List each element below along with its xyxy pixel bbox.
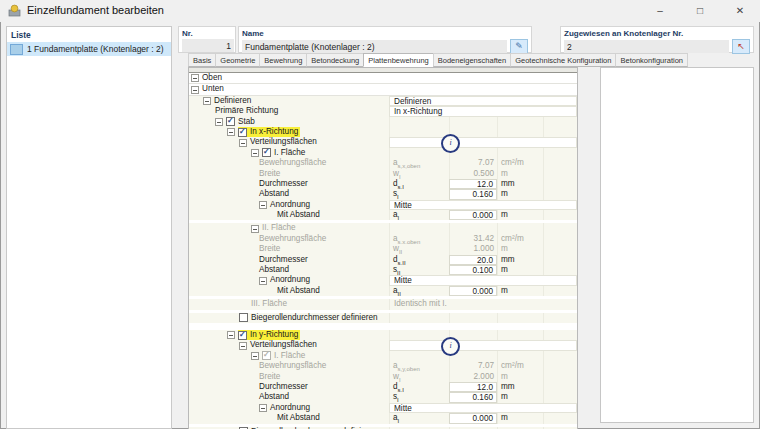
tree-row: BreitewI2.000m <box>189 372 577 382</box>
tree-row-label: Abstand <box>259 392 289 402</box>
tree-row-label: Anordnung <box>270 200 310 210</box>
tree-row: I. Fläche <box>189 351 577 361</box>
edit-name-button[interactable]: ✎ <box>510 39 528 54</box>
value-input-cell[interactable]: 0.000 <box>449 286 497 296</box>
collapse-icon[interactable] <box>251 149 259 157</box>
unit-label: mm <box>497 179 543 189</box>
checkbox[interactable] <box>262 351 271 360</box>
tree-row-label: Breite <box>259 244 280 254</box>
dialog-einzelfundament: Einzelfundament bearbeiten – □ ✕ Liste 1… <box>0 0 760 429</box>
value-cell[interactable] <box>389 137 577 147</box>
collapse-icon[interactable] <box>251 352 259 360</box>
collapse-icon[interactable] <box>191 86 199 94</box>
tree-row-label: In x-Richtung <box>250 127 298 137</box>
row-tail <box>543 189 577 199</box>
row-tail <box>543 127 577 137</box>
window-title: Einzelfundament bearbeiten <box>27 4 164 16</box>
value-cell[interactable]: Definieren <box>389 96 577 106</box>
tree-row: Mit AbstandaI0.000m <box>189 210 577 220</box>
collapse-icon[interactable] <box>227 331 235 339</box>
tree-row: Bewehrungsflächeas,y,oben7.07cm²/m <box>189 361 577 371</box>
maximize-icon[interactable]: □ <box>680 0 720 22</box>
close-icon[interactable]: ✕ <box>720 0 760 22</box>
tree-row-label: Abstand <box>259 189 289 199</box>
row-tail <box>543 234 577 244</box>
value-input-cell[interactable]: 20.0 <box>449 255 497 265</box>
row-tail <box>543 148 577 158</box>
unit-label: cm²/m <box>497 158 543 168</box>
assigned-nodal-support-input[interactable] <box>564 40 729 53</box>
symbol <box>389 117 449 127</box>
tree-row: DefinierenDefinieren <box>189 96 577 106</box>
symbol: as,x,oben <box>389 158 449 168</box>
collapse-icon[interactable] <box>239 139 247 147</box>
nr-label: Nr. <box>179 27 235 38</box>
tab-betonkonfiguration[interactable]: Betonkonfiguration <box>615 53 688 67</box>
unit-label: cm²/m <box>497 361 543 371</box>
tree-row-label: Unten <box>202 84 224 94</box>
value-cell[interactable]: Mitte <box>389 275 577 285</box>
value-cell[interactable]: Mitte <box>389 403 577 413</box>
list-panel: Liste 1 Fundamentplatte (Knotenlager : 2… <box>6 26 172 429</box>
value-input-cell[interactable]: 0.000 <box>449 413 497 423</box>
collapse-icon[interactable] <box>259 277 267 285</box>
unit-label <box>497 313 543 323</box>
tree-row: AbstandsII0.100m <box>189 265 577 275</box>
tab-bewehrung[interactable]: Bewehrung <box>259 53 307 67</box>
list-item[interactable]: 1 Fundamentplatte (Knotenlager : 2) <box>7 42 171 56</box>
minimize-icon[interactable]: – <box>640 0 680 22</box>
tab-strip: BasisGeometrieBewehrungBetondeckungPlatt… <box>188 53 687 67</box>
value-input-cell[interactable]: 0.100 <box>449 265 497 275</box>
tree-row-label: Bewehrungsfläche <box>259 158 326 168</box>
nr-input[interactable] <box>182 39 234 52</box>
tree-row-label: Mit Abstand <box>277 413 320 423</box>
unit-label: m <box>497 210 543 220</box>
collapse-icon[interactable] <box>259 201 267 209</box>
checkbox[interactable] <box>262 148 271 157</box>
row-tail <box>543 286 577 296</box>
checkbox[interactable] <box>239 313 248 322</box>
value-cell[interactable]: In x-Richtung <box>389 106 577 116</box>
collapse-icon[interactable] <box>191 74 199 82</box>
foundation-icon <box>10 44 23 55</box>
checkbox[interactable] <box>226 117 235 126</box>
preview-panel <box>600 67 754 423</box>
tab-geometrie[interactable]: Geometrie <box>215 53 260 67</box>
unit-label: m <box>497 286 543 296</box>
unit-label: m <box>497 413 543 423</box>
tab-geotechnische-konfiguration[interactable]: Geotechnische Konfiguration <box>510 53 616 67</box>
row-tail <box>543 158 577 168</box>
value-cell[interactable]: Mitte <box>389 200 577 210</box>
collapse-icon[interactable] <box>203 97 211 105</box>
value-input-cell[interactable]: 12.0 <box>449 382 497 392</box>
tree-row-label: Stab <box>238 117 255 127</box>
value-readonly: Identisch mit I. <box>389 299 577 309</box>
tab-basis[interactable]: Basis <box>188 53 216 67</box>
tree-row: Verteilungsflächeni <box>189 137 577 147</box>
tree-row: Biegerollendurchmesser definieren <box>189 313 577 323</box>
symbol <box>389 223 449 233</box>
value-input-cell[interactable]: 0.160 <box>449 189 497 199</box>
symbol: as,x,oben <box>389 234 449 244</box>
value-input-cell[interactable]: 12.0 <box>449 179 497 189</box>
pick-nodal-support-button[interactable]: ↖ <box>732 39 750 54</box>
collapse-icon[interactable] <box>239 342 247 350</box>
unit-label: cm²/m <box>497 234 543 244</box>
row-tail <box>543 392 577 402</box>
checkbox[interactable] <box>238 128 247 137</box>
value-input-cell[interactable]: 0.000 <box>449 210 497 220</box>
symbol: aI <box>389 210 449 220</box>
value-input-cell[interactable]: 0.160 <box>449 392 497 402</box>
collapse-icon[interactable] <box>251 225 259 233</box>
unit-label: m <box>497 244 543 254</box>
tab-plattenbewehrung[interactable]: Plattenbewehrung <box>363 53 433 67</box>
tab-betondeckung[interactable]: Betondeckung <box>306 53 364 67</box>
tab-bodeneigenschaften[interactable]: Bodeneigenschaften <box>433 53 511 67</box>
collapse-icon[interactable] <box>259 404 267 412</box>
collapse-icon[interactable] <box>215 118 223 126</box>
tree-row-label: Verteilungsflächen <box>250 137 317 147</box>
checkbox[interactable] <box>238 331 247 340</box>
name-input[interactable] <box>242 40 507 53</box>
collapse-icon[interactable] <box>227 128 235 136</box>
value-cell[interactable] <box>389 340 577 350</box>
